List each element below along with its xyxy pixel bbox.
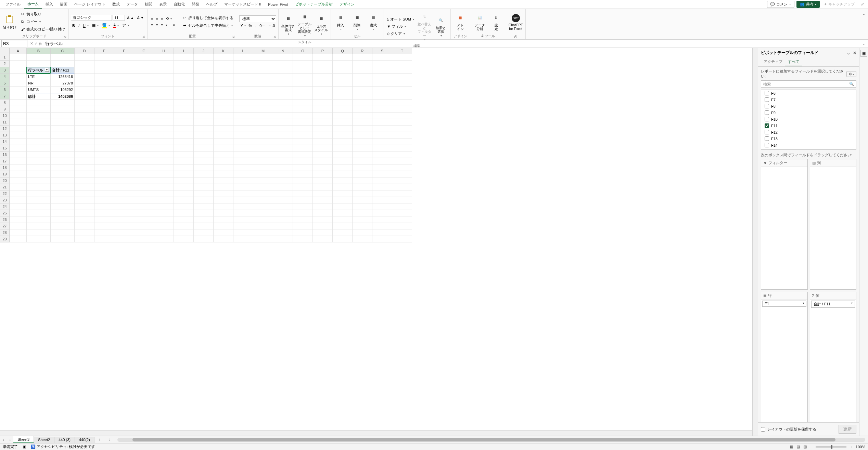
cell-O27[interactable]	[293, 223, 313, 229]
field-checkbox-f12[interactable]	[765, 130, 769, 134]
cell-K20[interactable]	[214, 177, 233, 184]
cell-I6[interactable]	[174, 87, 194, 93]
cell-T20[interactable]	[392, 177, 412, 184]
cell-A14[interactable]	[10, 138, 27, 145]
cell-P29[interactable]	[313, 236, 333, 242]
align-right-button[interactable]: ≡	[159, 22, 164, 28]
cell-D29[interactable]	[75, 236, 94, 242]
cell-Q21[interactable]	[333, 184, 353, 190]
cell-S20[interactable]	[372, 177, 392, 184]
cell-T29[interactable]	[392, 236, 412, 242]
field-item-f12[interactable]: F12	[761, 129, 856, 135]
cell-R1[interactable]	[353, 54, 372, 61]
cell-S25[interactable]	[372, 210, 392, 216]
cell-Q24[interactable]	[333, 203, 353, 210]
cell-O3[interactable]	[293, 67, 313, 74]
cell-K16[interactable]	[214, 151, 233, 158]
cell-N15[interactable]	[273, 145, 293, 151]
cell-P5[interactable]	[313, 80, 333, 87]
cell-L22[interactable]	[233, 190, 253, 197]
cell-A18[interactable]	[10, 164, 27, 171]
cell-D3[interactable]	[75, 67, 94, 74]
cell-I7[interactable]	[174, 93, 194, 100]
align-bottom-button[interactable]: ≡	[159, 16, 164, 22]
cell-H11[interactable]	[154, 119, 174, 125]
zoom-level[interactable]: 100%	[856, 445, 865, 449]
cell-J25[interactable]	[194, 210, 214, 216]
cell-Q10[interactable]	[333, 112, 353, 119]
cell-F21[interactable]	[114, 184, 134, 190]
cell-H17[interactable]	[154, 158, 174, 164]
cell-Q28[interactable]	[333, 229, 353, 236]
worksheet-grid[interactable]: ABCDEFGHIJKLMNOPQRST 123行ラベル▾合計 / F114LT…	[0, 48, 752, 436]
cell-T5[interactable]	[392, 80, 412, 87]
cell-G6[interactable]	[134, 87, 154, 93]
cell-K8[interactable]	[214, 100, 233, 106]
cell-B9[interactable]	[27, 106, 51, 112]
cell-B23[interactable]	[27, 197, 51, 203]
cell-F1[interactable]	[114, 54, 134, 61]
cell-C8[interactable]	[51, 100, 75, 106]
cell-S17[interactable]	[372, 158, 392, 164]
cell-O2[interactable]	[293, 61, 313, 67]
bold-button[interactable]: B	[71, 22, 76, 29]
cell-R7[interactable]	[353, 93, 372, 100]
comments-button[interactable]: 💬 コメント	[767, 1, 794, 8]
cell-C14[interactable]	[51, 138, 75, 145]
cell-E1[interactable]	[94, 54, 114, 61]
cell-R5[interactable]	[353, 80, 372, 87]
cell-S8[interactable]	[372, 100, 392, 106]
cell-H21[interactable]	[154, 184, 174, 190]
cell-I12[interactable]	[174, 125, 194, 132]
row-header-8[interactable]: 8	[0, 100, 10, 106]
cell-H19[interactable]	[154, 171, 174, 177]
rows-drop-area[interactable]: ☰行 F1▾	[761, 292, 808, 422]
cell-Q27[interactable]	[333, 223, 353, 229]
cell-T22[interactable]	[392, 190, 412, 197]
cell-K22[interactable]	[214, 190, 233, 197]
cell-M20[interactable]	[253, 177, 273, 184]
cell-T8[interactable]	[392, 100, 412, 106]
cell-S18[interactable]	[372, 164, 392, 171]
cell-H5[interactable]	[154, 80, 174, 87]
paste-button[interactable]: 貼り付け	[2, 13, 17, 30]
cell-P4[interactable]	[313, 74, 333, 80]
cell-A2[interactable]	[10, 61, 27, 67]
zoom-out-button[interactable]: −	[810, 445, 812, 449]
cell-S6[interactable]	[372, 87, 392, 93]
cell-T23[interactable]	[392, 197, 412, 203]
column-header-S[interactable]: S	[372, 48, 392, 54]
cell-C4[interactable]: 1268416	[51, 74, 75, 80]
cell-J29[interactable]	[194, 236, 214, 242]
row-header-16[interactable]: 16	[0, 151, 10, 158]
cell-M5[interactable]	[253, 80, 273, 87]
filter-drop-area[interactable]: ▼フィルター	[761, 159, 808, 290]
field-checkbox-f13[interactable]	[765, 136, 769, 141]
fill-color-button[interactable]: 🪣	[101, 22, 111, 29]
cell-F24[interactable]	[114, 203, 134, 210]
pane-options-button[interactable]: ⌄	[847, 51, 850, 55]
align-middle-button[interactable]: ≡	[154, 16, 159, 22]
cell-L24[interactable]	[233, 203, 253, 210]
cell-H24[interactable]	[154, 203, 174, 210]
cell-H15[interactable]	[154, 145, 174, 151]
cell-L14[interactable]	[233, 138, 253, 145]
cell-M28[interactable]	[253, 229, 273, 236]
cell-R16[interactable]	[353, 151, 372, 158]
phonetic-button[interactable]: ア	[121, 22, 130, 29]
cell-B12[interactable]	[27, 125, 51, 132]
cell-R10[interactable]	[353, 112, 372, 119]
cell-K24[interactable]	[214, 203, 233, 210]
field-checkbox-f10[interactable]	[765, 117, 769, 121]
cell-N14[interactable]	[273, 138, 293, 145]
cell-G26[interactable]	[134, 216, 154, 223]
cell-M4[interactable]	[253, 74, 273, 80]
cell-F27[interactable]	[114, 223, 134, 229]
cell-I14[interactable]	[174, 138, 194, 145]
cell-I28[interactable]	[174, 229, 194, 236]
cell-C11[interactable]	[51, 119, 75, 125]
cell-C1[interactable]	[51, 54, 75, 61]
column-header-Q[interactable]: Q	[333, 48, 353, 54]
cell-C9[interactable]	[51, 106, 75, 112]
cell-B7[interactable]: 総計	[27, 93, 51, 100]
